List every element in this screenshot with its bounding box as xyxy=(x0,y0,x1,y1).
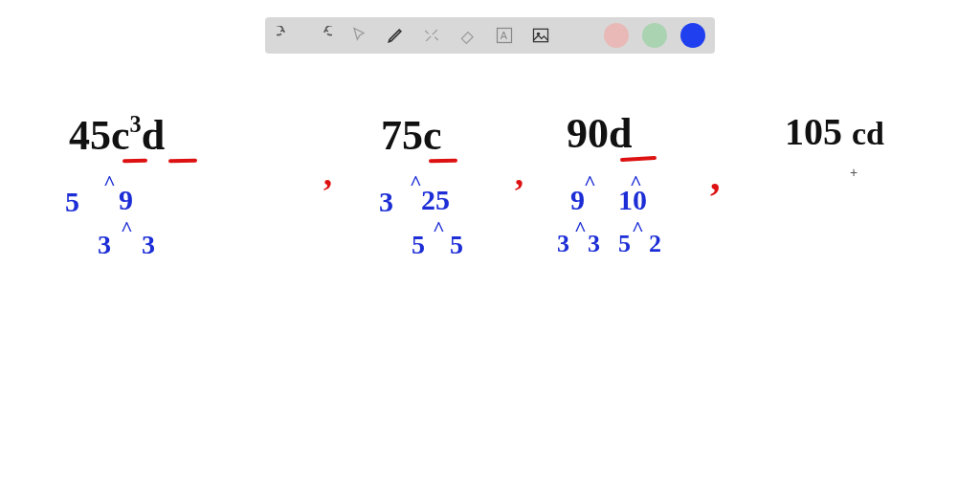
eraser-button[interactable] xyxy=(457,24,479,47)
tree3-caret-l: ^ xyxy=(584,170,596,195)
tree3-caret-rr: ^ xyxy=(632,216,644,241)
pointer-button[interactable] xyxy=(347,24,370,47)
tree3-left: 9 xyxy=(570,186,585,214)
tree2-caret: ^ xyxy=(410,170,422,195)
term-1-underline-d xyxy=(168,159,197,164)
undo-icon xyxy=(277,26,296,45)
tree3-ll: 3 xyxy=(557,232,569,256)
tree3-caret-ll: ^ xyxy=(574,216,587,241)
term-1-underline-c xyxy=(122,159,147,163)
term-2: 75c xyxy=(381,115,442,157)
term-2-var: c xyxy=(423,112,442,159)
term-3: 90d xyxy=(567,113,632,155)
tree3-lr: 3 xyxy=(588,232,600,256)
tree1-caret: ^ xyxy=(103,170,116,195)
eraser-icon xyxy=(458,26,478,45)
color-gray-button[interactable] xyxy=(566,23,590,48)
whiteboard[interactable]: 45c3d ^ 5 9 ^ 3 3 , 75c ^ 3 25 ^ 5 5 , 9… xyxy=(0,67,980,490)
tree1-right: 9 xyxy=(119,186,133,214)
term-1-var1: c xyxy=(111,112,130,159)
tree2-right: 25 xyxy=(421,186,450,214)
tree1-rr: 3 xyxy=(142,232,155,258)
tree2-rl: 5 xyxy=(412,232,425,258)
pen-icon xyxy=(386,26,405,45)
tree2-rr: 5 xyxy=(450,232,463,258)
tree3-rl: 5 xyxy=(618,232,631,256)
pen-button[interactable] xyxy=(384,24,407,47)
text-button[interactable]: A xyxy=(493,24,516,47)
image-icon xyxy=(531,26,550,45)
term-1-var2: d xyxy=(142,112,165,159)
pointer-icon xyxy=(349,26,368,45)
toolbar: A xyxy=(265,17,715,54)
term-2-coef: 75 xyxy=(381,112,423,159)
term-2-underline xyxy=(429,159,457,164)
tree1-rl: 3 xyxy=(98,232,111,258)
tree2-caret2: ^ xyxy=(433,216,445,241)
term-1-exp: 3 xyxy=(130,111,142,137)
redo-button[interactable] xyxy=(311,24,334,47)
svg-rect-2 xyxy=(534,29,548,41)
tree1-left: 5 xyxy=(65,188,79,216)
term-1: 45c3d xyxy=(69,115,165,157)
tree3-rr: 2 xyxy=(649,232,661,256)
tools-button[interactable] xyxy=(420,24,443,47)
comma-2: , xyxy=(515,153,523,193)
comma-3: , xyxy=(710,153,721,199)
term-3-var: d xyxy=(609,110,632,157)
tree2-left: 3 xyxy=(379,188,393,216)
redo-icon xyxy=(313,26,332,45)
term-3-underline xyxy=(620,156,657,162)
undo-button[interactable] xyxy=(275,24,298,47)
text-icon: A xyxy=(495,26,514,45)
tree3-right: 10 xyxy=(618,186,647,214)
term-3-coef: 90 xyxy=(567,110,609,157)
term-1-coef: 45 xyxy=(69,112,111,159)
color-blue-button[interactable] xyxy=(680,23,705,48)
comma-1: , xyxy=(323,153,332,193)
tree1-caret2: ^ xyxy=(121,216,133,241)
image-button[interactable] xyxy=(529,24,552,47)
cursor-cross: + xyxy=(850,165,858,180)
term-4: 105 cd xyxy=(785,113,884,151)
color-pink-button[interactable] xyxy=(604,23,629,48)
color-green-button[interactable] xyxy=(642,23,667,48)
term-4-vars: cd xyxy=(852,116,884,151)
svg-text:A: A xyxy=(501,30,508,41)
tools-icon xyxy=(422,26,441,45)
term-4-coef: 105 xyxy=(785,110,842,153)
